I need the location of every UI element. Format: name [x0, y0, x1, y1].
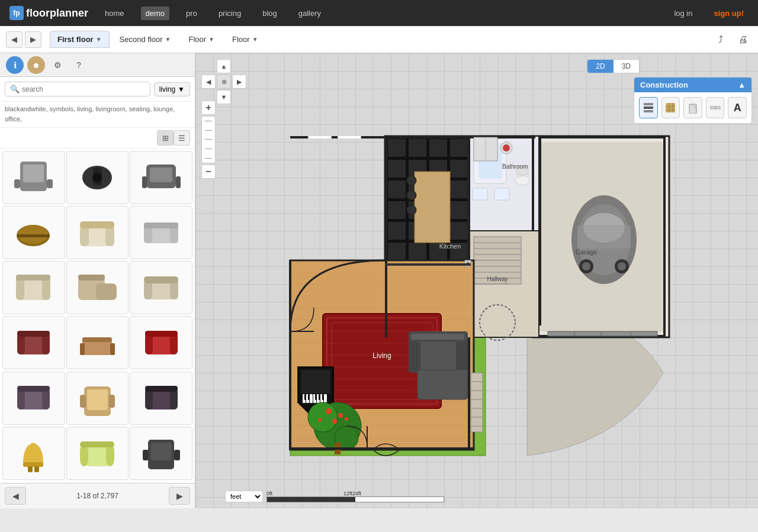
furniture-item[interactable]	[66, 316, 129, 369]
toolbar-icons-right: ⤴ 🖨	[712, 31, 752, 49]
logo-text: floorplanner	[26, 7, 88, 20]
nav-pro[interactable]: pro	[181, 7, 202, 20]
print-icon[interactable]: 🖨	[734, 31, 752, 49]
svg-rect-52	[109, 395, 115, 408]
svg-rect-226	[539, 136, 666, 138]
floor-tab-first-arrow: ▼	[96, 36, 102, 43]
window-tool[interactable]	[706, 97, 725, 118]
3d-mode-btn[interactable]: 3D	[614, 60, 639, 73]
prev-page-btn[interactable]: ◀	[5, 487, 26, 505]
nav-demo[interactable]: demo	[141, 7, 170, 20]
furniture-item[interactable]	[2, 372, 65, 425]
nav-login[interactable]: log in	[669, 7, 697, 20]
svg-rect-10	[176, 176, 181, 188]
floor-tab-fourth[interactable]: Floor ▼	[224, 31, 266, 48]
furniture-grid	[0, 149, 195, 483]
floor-tab-first[interactable]: First floor ▼	[50, 31, 110, 48]
person-icon[interactable]: ☻	[27, 56, 45, 74]
share-icon[interactable]: ⤴	[712, 31, 730, 49]
svg-point-86	[582, 262, 590, 270]
svg-rect-136	[494, 188, 509, 200]
wall-tool[interactable]	[639, 97, 658, 118]
2d-mode-btn[interactable]: 2D	[587, 60, 613, 73]
nav-right-btn[interactable]: ▶	[232, 75, 246, 89]
scale-label-1: 12ft	[343, 491, 352, 496]
logo[interactable]: fp floorplanner	[9, 6, 88, 20]
hallway-label: Hallway	[487, 276, 508, 282]
svg-rect-63	[80, 441, 114, 447]
zoom-slider[interactable]	[201, 116, 216, 163]
floor-tab-second-arrow: ▼	[165, 36, 171, 43]
nav-down-btn[interactable]: ▼	[217, 90, 231, 104]
furniture-item[interactable]	[130, 372, 192, 425]
svg-point-133	[515, 176, 529, 185]
svg-rect-96	[388, 160, 406, 178]
construction-collapse-icon[interactable]: ▲	[738, 80, 746, 89]
settings-icon[interactable]: ⚙	[49, 56, 66, 74]
svg-rect-56	[145, 386, 178, 392]
furniture-item[interactable]	[2, 427, 65, 480]
nav-arrows: ▲ ◀ ⊕ ▶ ▼	[201, 59, 246, 104]
furniture-item[interactable]	[130, 206, 192, 259]
svg-rect-68	[644, 107, 653, 109]
furniture-item[interactable]	[66, 206, 129, 259]
floor-tab-fourth-label: Floor	[232, 35, 250, 44]
info-bar: ℹ ☻ ⚙ ?	[0, 53, 195, 77]
next-page-btn[interactable]: ▶	[169, 487, 190, 505]
svg-rect-205	[289, 260, 291, 450]
furniture-item[interactable]	[2, 261, 65, 314]
svg-rect-111	[450, 201, 468, 219]
furniture-item[interactable]	[130, 261, 192, 314]
zoom-tick	[205, 139, 212, 140]
zoom-controls: + −	[201, 101, 216, 179]
furniture-item[interactable]	[66, 151, 129, 204]
zoom-in-btn[interactable]: +	[201, 101, 216, 115]
nav-left-btn[interactable]: ◀	[201, 75, 216, 89]
grid-view-btn[interactable]: ⊞	[157, 130, 174, 146]
svg-point-128	[407, 191, 416, 200]
furniture-item[interactable]	[66, 261, 129, 314]
svg-rect-99	[450, 160, 468, 178]
search-input[interactable]	[22, 85, 145, 93]
furniture-item[interactable]	[2, 206, 65, 259]
nav-gallery[interactable]: gallery	[294, 7, 326, 20]
furniture-item[interactable]	[66, 427, 129, 480]
nav-blog[interactable]: blog	[258, 7, 282, 20]
floor-plan-svg[interactable]: Garage	[219, 77, 693, 479]
tag-labels: blackandwhite, symbols, living, livingro…	[0, 102, 195, 128]
help-icon[interactable]: ?	[70, 56, 88, 74]
canvas-area[interactable]: ▲ ◀ ⊕ ▶ ▼ + − 2D 3	[195, 53, 758, 508]
nav-home[interactable]: home	[100, 7, 129, 20]
nav-pricing[interactable]: pricing	[214, 7, 246, 20]
furniture-item[interactable]	[130, 427, 192, 480]
svg-rect-71	[666, 103, 675, 112]
svg-rect-93	[450, 139, 468, 157]
list-view-btn[interactable]: ☰	[174, 130, 190, 146]
info-icon[interactable]: ℹ	[6, 56, 24, 74]
svg-rect-42	[145, 334, 153, 354]
furniture-item[interactable]	[130, 151, 192, 204]
floor-tab-second[interactable]: Second floor ▼	[112, 31, 179, 48]
svg-point-200	[338, 413, 343, 418]
svg-rect-34	[17, 334, 25, 354]
nav-back-icon[interactable]: ◀	[6, 31, 23, 48]
furniture-item[interactable]	[2, 316, 65, 369]
scale-unit-select[interactable]: feet meters	[225, 491, 263, 502]
sidebar: ℹ ☻ ⚙ ? 🔍 living ▼ blackandwhite, symbol…	[0, 53, 195, 508]
floor-tool[interactable]	[661, 97, 680, 118]
zoom-out-btn[interactable]: −	[201, 165, 216, 179]
floor-tab-third-label: Floor	[188, 35, 206, 44]
svg-rect-67	[174, 450, 180, 460]
furniture-item[interactable]	[2, 151, 65, 204]
nav-center-btn[interactable]: ⊕	[217, 75, 231, 89]
door-tool[interactable]	[683, 97, 702, 118]
svg-rect-188	[322, 394, 324, 400]
nav-forward-icon[interactable]: ▶	[25, 31, 41, 48]
floor-tab-third[interactable]: Floor ▼	[181, 31, 222, 48]
furniture-item[interactable]	[130, 316, 192, 369]
category-dropdown[interactable]: living ▼	[154, 82, 190, 96]
nav-signup[interactable]: sign up!	[709, 7, 749, 20]
furniture-item[interactable]	[66, 372, 129, 425]
text-tool[interactable]: A	[728, 97, 747, 118]
nav-up-btn[interactable]: ▲	[217, 59, 231, 73]
